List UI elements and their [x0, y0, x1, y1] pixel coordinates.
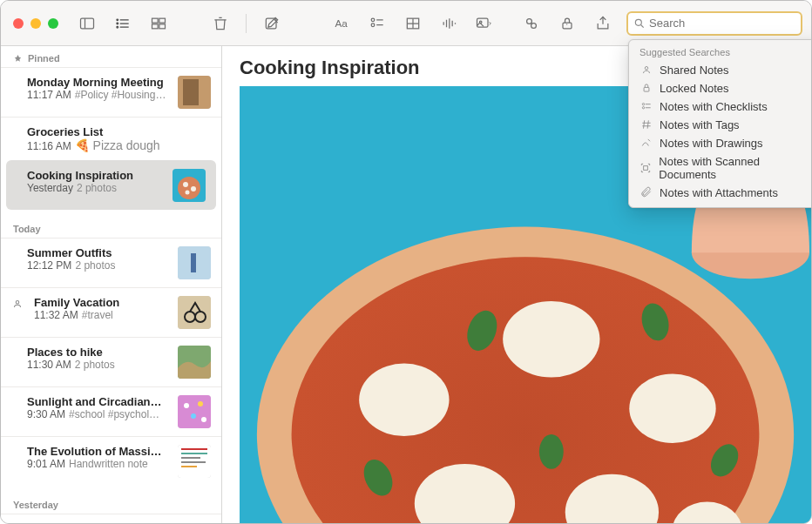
note-row[interactable]: Groceries List 11:16 AM🍕 Pizza dough — [1, 117, 221, 160]
note-thumbnail — [178, 395, 211, 428]
svg-rect-11 — [159, 24, 166, 28]
svg-line-40 — [643, 120, 644, 128]
suggestion-locked-notes[interactable]: Locked Notes — [629, 79, 812, 97]
note-thumbnail — [178, 76, 211, 109]
suggestion-label: Notes with Attachments — [660, 186, 778, 199]
svg-point-6 — [117, 23, 118, 24]
note-title: Monday Morning Meeting — [27, 76, 171, 89]
suggestion-label: Locked Notes — [660, 82, 729, 95]
note-subtitle: 12:12 PM2 photos — [27, 259, 171, 272]
section-header-today: Today — [1, 210, 221, 238]
note-thumbnail — [178, 246, 211, 279]
svg-point-16 — [371, 23, 375, 26]
suggestion-tags[interactable]: Notes with Tags — [629, 116, 812, 134]
svg-rect-55 — [178, 296, 211, 329]
note-thumbnail — [178, 296, 211, 329]
svg-point-51 — [186, 191, 190, 195]
svg-rect-46 — [183, 79, 199, 105]
delete-note-button[interactable] — [208, 12, 232, 35]
media-button[interactable] — [472, 12, 496, 35]
zoom-window-icon[interactable] — [48, 18, 58, 29]
audio-button[interactable] — [436, 12, 460, 35]
drawing-icon — [639, 137, 653, 150]
svg-point-61 — [198, 401, 203, 406]
svg-rect-67 — [181, 457, 200, 459]
note-row[interactable]: Monday Morning Meeting 11:17 AM#Policy #… — [1, 67, 221, 117]
note-row[interactable]: Places to hike 11:30 AM2 photos — [1, 337, 221, 386]
search-suggestions-dropdown: Suggested Searches Shared Notes Locked N… — [628, 39, 812, 208]
search-icon — [633, 17, 646, 30]
suggested-searches-heading: Suggested Searches — [629, 45, 812, 61]
svg-point-62 — [191, 413, 196, 419]
svg-rect-0 — [81, 18, 94, 29]
svg-rect-66 — [181, 453, 207, 454]
svg-point-7 — [117, 26, 118, 28]
note-title: Places to hike — [27, 346, 171, 359]
gallery-view-button[interactable] — [147, 12, 171, 35]
svg-point-60 — [184, 403, 189, 408]
checklist-button[interactable] — [366, 12, 389, 35]
shared-note-icon — [11, 298, 24, 310]
note-title: Yosemite National Park — [27, 522, 211, 523]
suggestion-label: Notes with Drawings — [660, 137, 763, 150]
note-title: Groceries List — [27, 125, 211, 138]
section-header-pinned: Pinned — [1, 46, 221, 67]
attachment-icon — [639, 186, 653, 199]
svg-rect-35 — [644, 87, 649, 91]
svg-point-38 — [642, 107, 644, 109]
note-subtitle: 9:01 AMHandwritten note — [27, 458, 171, 470]
share-button[interactable] — [591, 12, 614, 35]
shared-icon — [639, 64, 653, 77]
note-row-selected[interactable]: Cooking Inspiration Yesterday2 photos — [6, 160, 216, 210]
suggestion-attachments[interactable]: Notes with Attachments — [629, 184, 812, 202]
suggestion-checklists[interactable]: Notes with Checklists — [629, 97, 812, 116]
svg-rect-44 — [644, 165, 648, 170]
toggle-sidebar-button[interactable] — [76, 12, 99, 35]
search-field[interactable]: Suggested Searches Shared Notes Locked N… — [626, 11, 802, 36]
svg-point-5 — [117, 19, 118, 21]
svg-rect-65 — [181, 448, 207, 450]
lock-button[interactable] — [556, 12, 579, 35]
suggestion-scanned[interactable]: Notes with Scanned Documents — [629, 152, 812, 184]
suggestion-drawings[interactable]: Notes with Drawings — [629, 134, 812, 152]
link-button[interactable] — [520, 12, 544, 35]
note-title: Family Vacation — [34, 296, 171, 309]
new-note-button[interactable] — [261, 12, 284, 35]
format-button[interactable]: Aa — [330, 12, 354, 35]
svg-rect-59 — [178, 395, 211, 428]
svg-text:Aa: Aa — [335, 17, 348, 29]
table-button[interactable] — [401, 12, 424, 35]
minimize-window-icon[interactable] — [30, 18, 41, 29]
note-row[interactable]: Yosemite National Park — [1, 514, 221, 523]
search-input[interactable] — [649, 17, 795, 30]
note-subtitle: 11:17 AM#Policy #Housing… — [27, 89, 171, 101]
note-subtitle: 11:32 AM#travel — [34, 309, 171, 321]
note-title: Summer Outfits — [27, 246, 171, 259]
notes-list-sidebar[interactable]: Pinned Monday Morning Meeting 11:17 AM#P… — [1, 46, 222, 523]
note-title: The Evolution of Massi… — [27, 445, 171, 458]
svg-point-32 — [635, 19, 641, 25]
svg-rect-8 — [152, 18, 158, 23]
note-row[interactable]: Family Vacation 11:32 AM#travel — [1, 287, 221, 337]
svg-point-87 — [503, 301, 599, 377]
note-subtitle: Yesterday2 photos — [27, 182, 166, 194]
list-view-button[interactable] — [112, 12, 135, 35]
toolbar-separator — [246, 14, 247, 33]
suggestion-label: Shared Notes — [660, 64, 729, 77]
note-row[interactable]: The Evolution of Massi… 9:01 AMHandwritt… — [1, 436, 221, 486]
note-row[interactable]: Summer Outfits 12:12 PM2 photos — [1, 238, 221, 287]
note-thumbnail — [178, 346, 211, 379]
toolbar: Aa Suggested Searches Shared Notes — [1, 1, 811, 46]
svg-point-14 — [371, 18, 375, 22]
suggestion-label: Notes with Checklists — [660, 100, 768, 113]
scanned-icon — [639, 161, 652, 174]
svg-point-48 — [178, 177, 200, 199]
suggestion-label: Notes with Scanned Documents — [659, 155, 812, 181]
svg-point-96 — [539, 434, 564, 469]
suggestion-shared-notes[interactable]: Shared Notes — [629, 61, 812, 79]
svg-line-41 — [647, 120, 648, 128]
svg-point-50 — [191, 186, 196, 191]
note-row[interactable]: Sunlight and Circadian… 9:30 AM#school #… — [1, 386, 221, 436]
note-thumbnail — [178, 445, 211, 478]
close-window-icon[interactable] — [13, 18, 24, 29]
